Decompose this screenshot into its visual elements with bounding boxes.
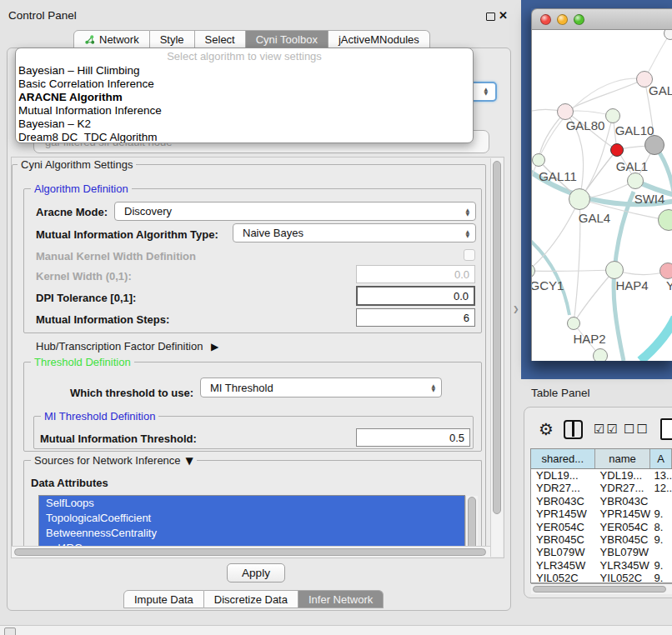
algorithm-definition-title: Algorithm Definition: [31, 182, 132, 195]
settings-vertical-scrollbar[interactable]: [490, 158, 503, 557]
which-threshold-combo[interactable]: MI Threshold ▲▼: [200, 378, 442, 398]
chevron-right-icon[interactable]: ▶: [211, 341, 218, 352]
scrollbar-thumb[interactable]: [14, 548, 486, 556]
split-columns-icon[interactable]: [564, 420, 583, 439]
tab-infer-network[interactable]: Infer Network: [298, 590, 384, 608]
network-edge[interactable]: [532, 270, 614, 271]
table-cell: [650, 546, 672, 558]
settings-horizontal-scrollbar[interactable]: [12, 546, 490, 558]
mi-type-combo[interactable]: Naive Bayes ▲▼: [233, 223, 476, 242]
data-attributes-label: Data Attributes: [31, 477, 108, 489]
tab-label: Infer Network: [308, 593, 373, 606]
network-node[interactable]: [605, 261, 624, 279]
mi-threshold-field[interactable]: 0.5: [356, 428, 470, 447]
panel-divider-handle[interactable]: ❯: [513, 305, 519, 313]
table-row[interactable]: YBR043CYBR043C: [531, 495, 672, 508]
apply-button[interactable]: Apply: [227, 563, 285, 582]
kernel-width-field[interactable]: 0.0: [356, 265, 475, 283]
table-row[interactable]: YPR145WYPR145W9.: [531, 508, 672, 520]
table-row[interactable]: YBR045CYBR045C9.: [531, 533, 672, 546]
network-edge[interactable]: [532, 238, 569, 315]
table-cell: 13...: [650, 469, 672, 482]
close-window-icon[interactable]: [540, 14, 551, 25]
attribute-item-betweennesscentrality[interactable]: BetweennessCentrality: [39, 526, 464, 541]
scrollbar-thumb[interactable]: [533, 586, 666, 592]
tab-label: Discretize Data: [214, 593, 288, 606]
node-label-gcy1: GCY1: [531, 278, 564, 292]
manual-kernel-label: Manual Kernel Width Definition: [36, 250, 196, 262]
mi-steps-field[interactable]: 6: [356, 308, 475, 327]
tab-select[interactable]: Select: [195, 30, 246, 48]
network-node[interactable]: [593, 348, 608, 361]
tab-discretize-data[interactable]: Discretize Data: [204, 590, 298, 608]
dropdown-item-dream8-dc-tdc-algorithm[interactable]: Dream8 DC_TDC Algorithm: [16, 131, 473, 143]
network-node[interactable]: [659, 262, 672, 279]
network-node[interactable]: [610, 143, 624, 157]
mi-type-value: Naive Bayes: [233, 227, 459, 239]
dropdown-item-basic-correlation-inference[interactable]: Basic Correlation Inference: [16, 78, 473, 91]
table-row[interactable]: YLR345WYLR345W9.: [531, 559, 672, 572]
table-cell: YIL052C: [531, 572, 595, 583]
table-row[interactable]: YER054CYER054C8.: [531, 521, 672, 533]
sources-title-text: Sources for Network Inference: [34, 454, 181, 467]
float-panel-icon[interactable]: [486, 12, 495, 21]
chevron-down-icon[interactable]: ▼: [186, 455, 193, 467]
close-panel-icon[interactable]: ✕: [499, 9, 508, 22]
network-edge[interactable]: [574, 270, 614, 323]
manual-kernel-checkbox[interactable]: [464, 249, 475, 261]
table-cell: 9.: [650, 572, 672, 583]
attribute-item-selfloops[interactable]: SelfLoops: [39, 496, 464, 511]
gear-icon[interactable]: ⚙: [539, 419, 554, 439]
tab-jactivemnodules[interactable]: jActiveMNodules: [328, 30, 430, 48]
network-node[interactable]: [605, 108, 620, 123]
column-header-name[interactable]: name: [595, 449, 651, 468]
table-header-row: shared...nameA: [531, 449, 672, 469]
table-horizontal-scrollbar[interactable]: [531, 583, 672, 594]
minimized-panel-icon[interactable]: [4, 628, 16, 635]
aracne-mode-combo[interactable]: Discovery ▲▼: [114, 202, 476, 221]
node-label-gal11: GAL11: [539, 169, 577, 183]
tab-cyni-toolbox[interactable]: Cyni Toolbox: [246, 30, 328, 48]
dropdown-item-bayesian-k2[interactable]: Bayesian – K2: [16, 118, 473, 131]
network-edge[interactable]: [532, 199, 579, 271]
column-header-shared[interactable]: shared...: [531, 449, 595, 468]
hub-definition-expander[interactable]: Hub/Transcription Factor Definition ▶: [36, 340, 218, 352]
network-node[interactable]: [644, 135, 664, 155]
network-node[interactable]: [567, 317, 580, 330]
dropdown-item-bayesian-hill-climbing[interactable]: Bayesian – Hill Climbing: [16, 64, 473, 78]
network-node[interactable]: [532, 153, 545, 167]
table-row[interactable]: YBL079WYBL079W: [531, 546, 672, 558]
attribute-item-topologicalcoefficient[interactable]: TopologicalCoefficient: [39, 511, 464, 526]
unchecked-columns-icon[interactable]: ☐☐: [624, 422, 649, 437]
table-cell: 9.: [650, 508, 672, 520]
dpi-tolerance-field[interactable]: 0.0: [356, 286, 475, 306]
tab-impute-data[interactable]: Impute Data: [123, 590, 204, 608]
network-edge[interactable]: [640, 318, 672, 361]
checked-columns-icon[interactable]: ☑☑: [594, 422, 619, 437]
zoom-window-icon[interactable]: [574, 14, 584, 25]
table-cell: YBR045C: [531, 533, 595, 546]
tab-style[interactable]: Style: [150, 30, 195, 48]
network-node[interactable]: [569, 188, 590, 210]
mi-type-label: Mutual Information Algorithm Type:: [36, 228, 218, 241]
dropdown-item-aracne-algorithm[interactable]: ARACNE Algorithm: [16, 91, 473, 104]
table-panel-title: Table Panel: [531, 387, 590, 399]
node-label-hap4: HAP4: [615, 278, 648, 292]
combo-spinner-icon: ▲▼: [459, 208, 475, 216]
network-node[interactable]: [627, 172, 644, 189]
export-table-icon[interactable]: [660, 418, 672, 440]
control-panel-title: Control Panel: [8, 9, 77, 22]
network-edge[interactable]: [565, 79, 644, 112]
minimize-window-icon[interactable]: [557, 14, 568, 25]
scrollbar-thumb[interactable]: [493, 161, 501, 514]
table-cell: YLR345W: [595, 559, 651, 572]
dropdown-item-mutual-information-inference[interactable]: Mutual Information Inference: [16, 104, 473, 118]
network-canvas[interactable]: GALGAL80GAL10GAL1SWI4GAL11GAL4GCY1HAP4YH…: [531, 30, 672, 361]
table-row[interactable]: YDL19...YDL19...13...: [531, 469, 672, 482]
column-header-a[interactable]: A: [650, 449, 672, 468]
table-row[interactable]: YDR27...YDR27...12...: [531, 482, 672, 494]
table-row[interactable]: YIL052CYIL052C9.: [531, 572, 672, 583]
tab-network[interactable]: Network: [73, 30, 150, 48]
table-cell: YDR27...: [531, 482, 595, 494]
network-window-titlebar[interactable]: [531, 8, 672, 30]
